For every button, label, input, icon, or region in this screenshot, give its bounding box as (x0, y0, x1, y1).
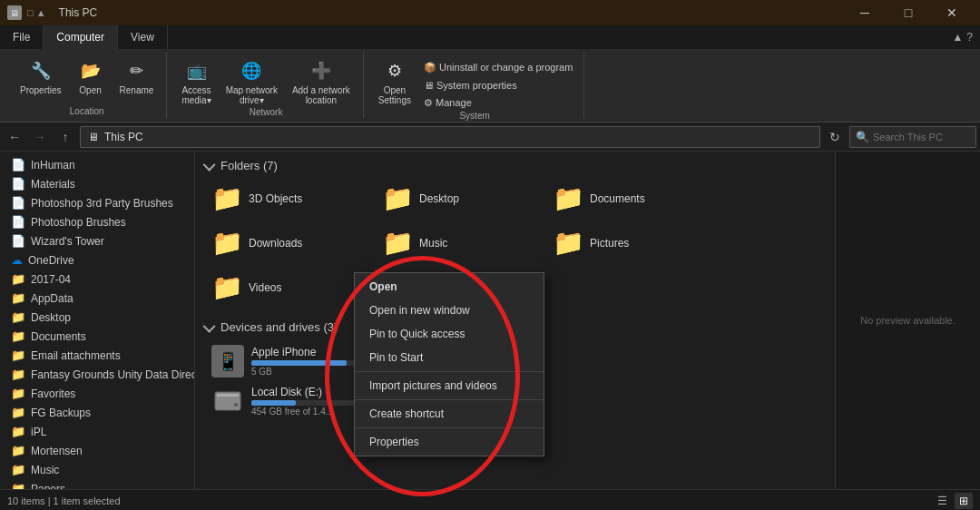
ribbon-tabs: File Computer View ▲ ? (0, 25, 980, 49)
folder-icon: 📁 (11, 482, 25, 489)
folder-icon: 📁 (11, 272, 25, 286)
ctx-pin-start[interactable]: Pin to Start (355, 346, 544, 369)
ctx-open[interactable]: Open (355, 275, 544, 299)
sidebar-item-wizardtower[interactable]: 📄 Wizard's Tower (0, 231, 194, 250)
file-icon: 📄 (11, 177, 25, 191)
open-settings-button[interactable]: ⚙ OpenSettings (373, 56, 416, 107)
search-box[interactable]: 🔍 (849, 126, 976, 148)
window-controls[interactable]: ─ □ ✕ (844, 0, 973, 25)
folder-documents[interactable]: 📁 Documents (547, 180, 710, 217)
rename-icon: ✏ (123, 58, 149, 83)
window-title: This PC (59, 6, 98, 19)
back-button[interactable]: ← (4, 126, 25, 148)
folder-pictures[interactable]: 📁 Pictures (547, 224, 710, 261)
ctx-pin-quick[interactable]: Pin to Quick access (355, 322, 544, 346)
sidebar-item-music[interactable]: 📁 Music (0, 460, 194, 479)
folders-section-title: Folders (7) (206, 159, 824, 172)
tab-computer[interactable]: Computer (44, 25, 118, 49)
ctx-import[interactable]: Import pictures and videos (355, 374, 544, 397)
sidebar-item-ipl[interactable]: 📁 iPL (0, 422, 194, 441)
refresh-button[interactable]: ↻ (824, 126, 846, 148)
folder-downloads[interactable]: 📁 Downloads (206, 224, 369, 261)
sidebar-item-psbrushes[interactable]: 📄 Photoshop Brushes (0, 212, 194, 231)
properties-icon: 🔧 (28, 58, 54, 83)
sidebar-item-onedrive[interactable]: ☁ OneDrive (0, 250, 194, 270)
ctx-create-shortcut[interactable]: Create shortcut (355, 402, 544, 426)
access-media-button[interactable]: 📺 Accessmedia▾ (176, 56, 216, 107)
system-properties-button[interactable]: 🖥 System properties (420, 78, 576, 93)
view-list-button[interactable]: ☰ (933, 493, 951, 509)
folder-icon: 📁 (11, 329, 25, 343)
rename-button[interactable]: ✏ Rename (114, 56, 160, 97)
uninstall-button[interactable]: 📦 Uninstall or change a program (420, 60, 576, 75)
folder-documents-icon: 📁 (553, 183, 584, 213)
address-path[interactable]: 🖥 This PC (80, 126, 820, 148)
sidebar-item-mortensen[interactable]: 📁 Mortensen (0, 441, 194, 460)
search-input[interactable] (873, 132, 980, 142)
network-buttons: 📺 Accessmedia▾ 🌐 Map networkdrive▾ ➕ Add… (176, 53, 355, 107)
add-network-icon: ➕ (309, 58, 334, 83)
onedrive-icon: ☁ (11, 253, 23, 267)
sidebar-item-ps3rdparty[interactable]: 📄 Photoshop 3rd Party Brushes (0, 193, 194, 212)
location-buttons: 🔧 Properties 📂 Open ✏ Rename (15, 53, 159, 106)
folder-music-icon: 📁 (382, 228, 414, 258)
ctx-divider-3 (355, 427, 544, 428)
ctx-open-new-window[interactable]: Open in new window (355, 299, 544, 322)
context-menu: Open Open in new window Pin to Quick acc… (354, 272, 544, 456)
manage-button[interactable]: ⚙ Manage (420, 95, 576, 111)
sidebar-item-fantasy[interactable]: 📁 Fantasy Grounds Unity Data Directory (0, 365, 194, 384)
quick-access-icons: □ ▲ (27, 7, 46, 18)
sidebar-item-favorites[interactable]: 📁 Favorites (0, 384, 194, 403)
no-preview-text: No preview available. (860, 315, 956, 326)
file-icon: 📄 (11, 196, 25, 210)
ctx-properties[interactable]: Properties (355, 430, 544, 454)
file-icon: 📄 (11, 158, 25, 172)
folder-3d-objects[interactable]: 📁 3D Objects (206, 180, 369, 217)
sidebar-item-2017[interactable]: 📁 2017-04 (0, 270, 194, 289)
folder-music[interactable]: 📁 Music (377, 224, 540, 261)
location-label: Location (70, 106, 104, 118)
minimize-button[interactable]: ─ (844, 0, 886, 25)
access-media-icon: 📺 (184, 58, 210, 83)
folder-videos[interactable]: 📁 Videos (206, 269, 369, 306)
close-button[interactable]: ✕ (931, 0, 973, 25)
ribbon-collapse[interactable]: ▲ (952, 31, 963, 44)
sidebar: 📄 InHuman 📄 Materials 📄 Photoshop 3rd Pa… (0, 152, 195, 489)
title-bar: 🖥 □ ▲ This PC ─ □ ✕ (0, 0, 980, 25)
iphone-icon: 📱 (211, 345, 244, 378)
folder-icon: 📁 (11, 406, 25, 419)
open-button[interactable]: 📂 Open (71, 56, 111, 97)
settings-icon: ⚙ (382, 58, 407, 83)
folder-desktop[interactable]: 📁 Desktop (377, 180, 540, 217)
open-icon: 📂 (78, 58, 103, 83)
folder-videos-icon: 📁 (211, 272, 243, 302)
folder-desktop-icon: 📁 (382, 183, 414, 213)
path-text: This PC (104, 131, 143, 143)
sidebar-item-papers[interactable]: 📁 Papers (0, 479, 194, 489)
view-grid-button[interactable]: ⊞ (955, 493, 973, 509)
ribbon-help[interactable]: ? (966, 31, 973, 44)
sidebar-item-inhuman[interactable]: 📄 InHuman (0, 155, 194, 174)
tab-file[interactable]: File (0, 25, 44, 49)
disk-e-bar-fill (251, 400, 296, 406)
folder-3d-icon: 📁 (211, 183, 243, 213)
sidebar-item-appdata[interactable]: 📁 AppData (0, 289, 194, 308)
sidebar-item-fgbackups[interactable]: 📁 FG Backups (0, 403, 194, 422)
maximize-button[interactable]: □ (887, 0, 929, 25)
sidebar-item-documents[interactable]: 📁 Documents (0, 327, 194, 346)
add-network-button[interactable]: ➕ Add a networklocation (287, 56, 356, 107)
properties-button[interactable]: 🔧 Properties (15, 56, 67, 97)
sidebar-item-email[interactable]: 📁 Email attachments (0, 346, 194, 365)
svg-rect-1 (217, 394, 239, 397)
status-bar: 10 items | 1 item selected ☰ ⊞ (0, 489, 980, 510)
map-network-button[interactable]: 🌐 Map networkdrive▾ (220, 56, 283, 107)
ribbon-group-network: 📺 Accessmedia▾ 🌐 Map networkdrive▾ ➕ Add… (169, 53, 363, 118)
sidebar-item-desktop[interactable]: 📁 Desktop (0, 308, 194, 327)
up-button[interactable]: ↑ (54, 126, 76, 148)
status-right: ☰ ⊞ (933, 493, 973, 509)
tab-view[interactable]: View (118, 25, 168, 49)
ribbon: 🔧 Properties 📂 Open ✏ Rename Location 📺 (0, 49, 980, 123)
folder-icon: 📁 (11, 291, 25, 305)
forward-button[interactable]: → (29, 126, 51, 148)
sidebar-item-materials[interactable]: 📄 Materials (0, 174, 194, 193)
